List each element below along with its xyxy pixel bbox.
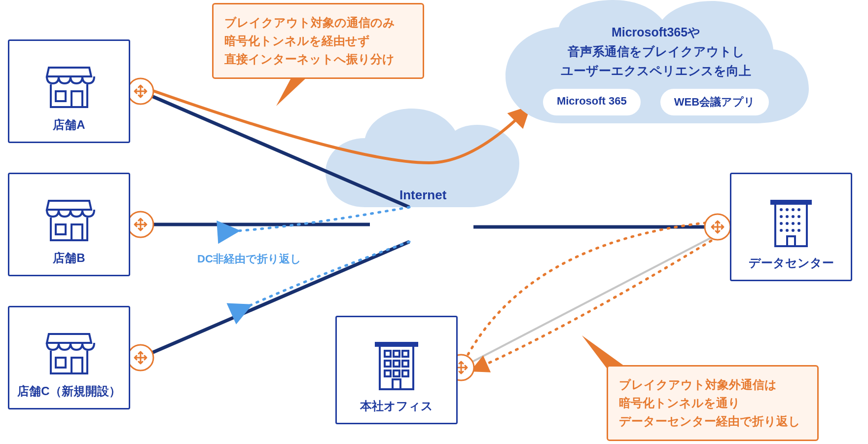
svg-point-35: [786, 215, 789, 218]
svg-rect-46: [787, 236, 795, 246]
node-label: データセンター: [749, 255, 834, 271]
svg-rect-29: [771, 201, 811, 204]
node-label: 本社オフィス: [360, 398, 433, 414]
cloud-headline-line: Microsoft365や: [612, 25, 700, 39]
callout-line: 暗号化トンネルを通り: [619, 396, 740, 409]
svg-point-34: [780, 215, 783, 218]
callout-line: データーセンター経由で折り返し: [619, 414, 800, 428]
svg-rect-19: [394, 351, 399, 357]
svg-rect-17: [376, 343, 417, 346]
svg-point-6: [128, 212, 153, 237]
svg-rect-15: [72, 358, 82, 373]
svg-point-43: [786, 229, 789, 232]
svg-point-5: [128, 78, 153, 104]
callout-line: 暗号化トンネルを経由せず: [224, 34, 370, 47]
svg-point-31: [786, 208, 789, 211]
svg-rect-11: [72, 91, 82, 107]
svg-point-41: [797, 222, 800, 225]
svg-point-45: [797, 229, 800, 232]
store-icon: [42, 329, 96, 378]
cloud-headline-line: ユーザーエクスペリエンスを向上: [561, 64, 751, 77]
svg-rect-10: [56, 91, 66, 101]
svg-rect-21: [385, 361, 391, 367]
datacenter-building-icon: [766, 196, 816, 250]
cloud-service-pill: Microsoft 365: [543, 89, 641, 115]
callout-line: ブレイクアウト対象の通信のみ: [224, 16, 395, 29]
svg-point-9: [705, 214, 730, 240]
internet-label: Internet: [399, 187, 446, 203]
svg-rect-13: [72, 224, 82, 240]
svg-point-37: [797, 215, 800, 218]
svg-line-4: [461, 234, 718, 368]
callout-breakout: ブレイクアウト対象の通信のみ 暗号化トンネルを経由せず 直接インターネットへ振り…: [212, 3, 424, 79]
svg-point-36: [792, 215, 795, 218]
store-icon: [42, 196, 96, 245]
dc-loopback-label: DC非経由で折り返し: [197, 252, 301, 266]
node-store-a: 店舗A: [8, 39, 130, 143]
callout-line: ブレイクアウト対象外通信は: [619, 378, 777, 391]
svg-rect-25: [394, 370, 399, 376]
svg-rect-23: [402, 361, 408, 367]
node-label: 店舗B: [53, 250, 85, 266]
node-store-b: 店舗B: [8, 173, 130, 276]
svg-rect-20: [402, 351, 408, 357]
node-label: 店舗C（新規開設）: [17, 383, 120, 399]
node-label: 店舗A: [53, 117, 85, 133]
svg-rect-22: [394, 361, 399, 367]
node-datacenter: データセンター: [730, 173, 852, 281]
cloud-service-pill: WEB会議アプリ: [660, 89, 769, 115]
svg-rect-24: [385, 370, 391, 376]
svg-point-30: [780, 208, 783, 211]
svg-rect-18: [385, 351, 391, 357]
svg-point-39: [786, 222, 789, 225]
office-building-icon: [372, 339, 421, 393]
svg-rect-26: [402, 370, 408, 376]
svg-rect-27: [393, 379, 400, 389]
svg-rect-12: [56, 224, 66, 234]
node-hq: 本社オフィス: [335, 316, 458, 424]
cloud-services: Microsoft365や 音声系通信をブレイクアウトし ユーザーエクスペリエン…: [503, 0, 809, 133]
svg-point-33: [797, 208, 800, 211]
svg-point-42: [780, 229, 783, 232]
svg-rect-14: [56, 358, 66, 368]
callout-line: 直接インターネットへ振り分け: [224, 52, 395, 66]
svg-point-7: [128, 345, 153, 370]
callout-nonbreakout: ブレイクアウト対象外通信は 暗号化トンネルを通り データーセンター経由で折り返し: [607, 365, 819, 441]
svg-point-32: [792, 208, 795, 211]
svg-point-38: [780, 222, 783, 225]
cloud-headline-line: 音声系通信をブレイクアウトし: [568, 44, 745, 58]
node-store-c: 店舗C（新規開設）: [8, 306, 130, 409]
store-icon: [42, 63, 96, 112]
svg-point-44: [792, 229, 795, 232]
svg-line-0: [141, 91, 409, 207]
svg-point-40: [792, 222, 795, 225]
